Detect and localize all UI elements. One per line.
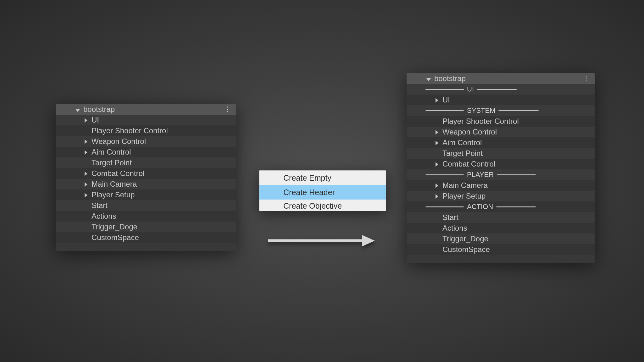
hierarchy-item[interactable]: Combat Control — [407, 159, 595, 169]
hierarchy-item[interactable]: CustomSpace — [56, 232, 236, 243]
hierarchy-item-label: UI — [442, 96, 450, 104]
panel-header[interactable]: bootstrap ⋮ — [56, 104, 236, 115]
hierarchy-item-label: Trigger_Doge — [92, 223, 137, 231]
hierarchy-item[interactable]: Player Shooter Control — [407, 116, 595, 127]
hierarchy-item[interactable]: Target Point — [407, 148, 595, 159]
hierarchy-item[interactable]: Weapon Control — [56, 136, 236, 147]
hierarchy-item-label: Weapon Control — [92, 138, 146, 145]
hierarchy-item[interactable]: Aim Control — [56, 147, 236, 157]
hierarchy-item[interactable]: Actions — [407, 223, 595, 233]
hierarchy-item[interactable]: Player Setup — [56, 189, 236, 200]
section-divider: UI — [407, 84, 595, 95]
hierarchy-item-label: Actions — [92, 212, 116, 220]
hierarchy-item[interactable]: Aim Control — [407, 137, 595, 148]
hierarchy-item[interactable]: UI — [56, 115, 236, 125]
hierarchy-panel-after: bootstrap ⋮ UIUISYSTEMPlayer Shooter Con… — [407, 73, 595, 263]
menu-item-create-header[interactable]: Create Header — [259, 185, 386, 200]
expand-right-icon[interactable] — [436, 128, 442, 136]
hierarchy-item-label: Main Camera — [92, 180, 137, 188]
section-divider-label: PLAYER — [467, 171, 494, 179]
expand-down-icon[interactable] — [426, 74, 431, 83]
expand-right-icon[interactable] — [436, 139, 442, 146]
section-divider: ACTION — [407, 201, 595, 212]
hierarchy-item[interactable]: Player Setup — [407, 191, 595, 201]
section-divider-label: SYSTEM — [467, 107, 495, 115]
expand-right-icon[interactable] — [85, 180, 92, 188]
hierarchy-item-label: Actions — [442, 224, 467, 232]
hierarchy-item-label: Trigger_Doge — [442, 235, 488, 243]
hierarchy-item[interactable]: CustomSpace — [407, 244, 595, 255]
hierarchy-item-label: Main Camera — [442, 182, 488, 189]
menu-item-create-empty[interactable]: Create Empty — [259, 171, 386, 185]
section-divider-label: ACTION — [467, 203, 493, 211]
hierarchy-item[interactable]: Main Camera — [407, 180, 595, 191]
hierarchy-item-label: Combat Control — [442, 160, 495, 168]
expand-right-icon[interactable] — [85, 148, 92, 156]
expand-right-icon[interactable] — [436, 192, 442, 200]
hierarchy-item-label: Combat Control — [92, 170, 144, 177]
expand-right-icon[interactable] — [436, 160, 442, 168]
menu-item-create-objective[interactable]: Create Objective — [259, 200, 386, 211]
hierarchy-item-label: Player Shooter Control — [442, 118, 519, 125]
hierarchy-item-label: Weapon Control — [442, 128, 497, 136]
hierarchy-item-label: CustomSpace — [92, 234, 139, 241]
panel-header[interactable]: bootstrap ⋮ — [407, 73, 595, 84]
hierarchy-item[interactable]: Actions — [56, 211, 236, 222]
hierarchy-item[interactable]: Start — [407, 212, 595, 223]
hierarchy-item-label: Start — [92, 202, 108, 209]
hierarchy-item[interactable]: Weapon Control — [407, 127, 595, 137]
hierarchy-item[interactable]: Target Point — [56, 157, 236, 168]
hierarchy-item-list: UIUISYSTEMPlayer Shooter ControlWeapon C… — [407, 84, 595, 255]
hierarchy-item-label: CustomSpace — [442, 246, 490, 253]
hierarchy-item[interactable]: Start — [56, 200, 236, 211]
hierarchy-item[interactable]: Combat Control — [56, 168, 236, 179]
hierarchy-item-label: Target Point — [442, 150, 483, 157]
hierarchy-item[interactable]: Main Camera — [56, 179, 236, 189]
context-menu: Create Empty Create Header Create Object… — [259, 170, 386, 211]
expand-down-icon[interactable] — [75, 105, 80, 114]
hierarchy-item[interactable]: Player Shooter Control — [56, 125, 236, 136]
more-icon[interactable]: ⋮ — [223, 105, 232, 113]
hierarchy-item-label: Aim Control — [92, 148, 131, 156]
hierarchy-item-label: Player Setup — [442, 192, 486, 200]
hierarchy-item-label: Player Setup — [92, 191, 135, 199]
section-divider: SYSTEM — [407, 105, 595, 116]
expand-right-icon[interactable] — [85, 191, 92, 199]
hierarchy-item[interactable]: UI — [407, 95, 595, 105]
expand-right-icon[interactable] — [85, 138, 92, 145]
section-divider-label: UI — [467, 85, 474, 93]
hierarchy-panel-before: bootstrap ⋮ UIPlayer Shooter ControlWeap… — [56, 104, 236, 251]
more-icon[interactable]: ⋮ — [581, 74, 591, 83]
hierarchy-item-label: Aim Control — [442, 139, 482, 146]
panel-title: bootstrap — [83, 105, 223, 114]
hierarchy-item-list: UIPlayer Shooter ControlWeapon ControlAi… — [56, 115, 236, 243]
panel-footer-pad — [56, 243, 236, 251]
hierarchy-item-label: Start — [442, 214, 458, 221]
expand-right-icon[interactable] — [85, 170, 92, 177]
expand-right-icon[interactable] — [436, 182, 442, 189]
panel-footer-pad — [407, 255, 595, 263]
panel-title: bootstrap — [434, 74, 581, 83]
hierarchy-item-label: Player Shooter Control — [92, 127, 168, 134]
svg-marker-1 — [362, 235, 375, 246]
expand-right-icon[interactable] — [85, 116, 92, 124]
hierarchy-item-label: Target Point — [92, 159, 132, 167]
transition-arrow-icon — [268, 234, 375, 248]
expand-right-icon[interactable] — [436, 96, 442, 104]
hierarchy-item[interactable]: Trigger_Doge — [56, 222, 236, 232]
hierarchy-item[interactable]: Trigger_Doge — [407, 233, 595, 244]
hierarchy-item-label: UI — [92, 116, 99, 124]
section-divider: PLAYER — [407, 169, 595, 180]
